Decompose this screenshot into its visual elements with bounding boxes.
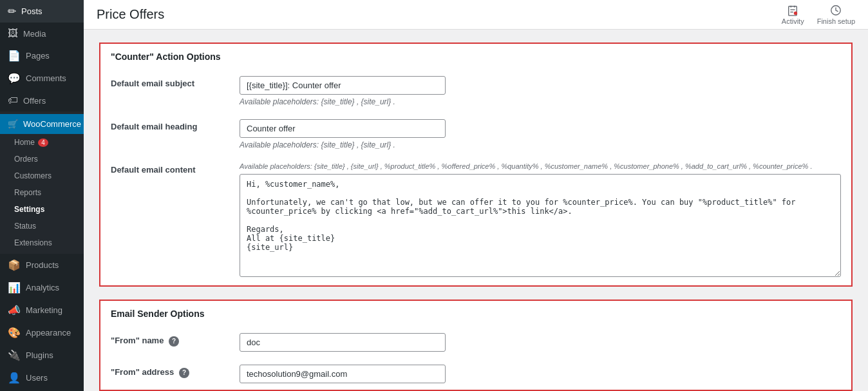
from-name-label-cell: "From" name ? [100, 327, 229, 358]
sidebar-item-offers[interactable]: 🏷 Offers [0, 90, 84, 111]
plugins-icon: 🔌 [8, 349, 21, 361]
sidebar-item-comments[interactable]: 💬 Comments [0, 67, 84, 90]
sidebar-item-users[interactable]: 👤 Users [0, 367, 84, 389]
sidebar-item-analytics[interactable]: 📊 Analytics [0, 276, 84, 299]
sidebar-item-label: Comments [26, 73, 66, 83]
counter-action-section: "Counter" Action Options Default email s… [99, 43, 853, 287]
offers-icon: 🏷 [8, 95, 18, 106]
comments-icon: 💬 [8, 72, 21, 84]
email-subject-row: Default email subject Available placehol… [100, 70, 851, 113]
topbar-actions: Activity Finish setup [782, 5, 855, 25]
from-address-help-icon[interactable]: ? [179, 368, 189, 378]
email-heading-hint: Available placeholders: {site_title} , {… [240, 140, 841, 149]
email-content-textarea[interactable] [240, 174, 841, 277]
from-address-input[interactable] [240, 365, 446, 383]
activity-icon [787, 5, 798, 16]
sidebar-item-woocommerce[interactable]: 🛒 WooCommerce [0, 114, 84, 134]
email-content-field-cell: Available placeholders: {site_title} , {… [229, 156, 851, 285]
marketing-icon: 📣 [8, 304, 21, 316]
sidebar-subitem-status[interactable]: Status [0, 218, 84, 234]
from-address-label-cell: "From" address ? [100, 358, 229, 390]
sidebar-item-pages[interactable]: 📄 Pages [0, 44, 84, 67]
from-address-label: "From" address [111, 367, 174, 377]
home-badge: 4 [38, 138, 48, 147]
sidebar-item-label: Users [26, 373, 48, 383]
sidebar: ✏ Posts 🖼 Media 📄 Pages 💬 Comments 🏷 Off… [0, 0, 84, 391]
media-icon: 🖼 [8, 28, 18, 39]
page-title: Price Offers [97, 7, 164, 22]
email-subject-field-cell: Available placeholders: {site_title} , {… [229, 70, 851, 113]
from-name-label: "From" name [111, 336, 164, 345]
sidebar-item-label: Media [23, 29, 46, 39]
email-heading-field-cell: Available placeholders: {site_title} , {… [229, 113, 851, 156]
users-icon: 👤 [8, 372, 21, 384]
content-placeholder-hint: Available placeholders: {site_title} , {… [240, 162, 841, 170]
email-content-row: Default email content Available placehol… [100, 156, 851, 285]
products-icon: 📦 [8, 259, 21, 271]
email-sender-title: Email Sender Options [100, 301, 851, 327]
email-subject-input[interactable] [240, 76, 446, 95]
from-name-row: "From" name ? [100, 327, 851, 358]
sidebar-item-label: Analytics [26, 283, 59, 292]
counter-form-table: Default email subject Available placehol… [100, 70, 851, 285]
woocommerce-icon: 🛒 [8, 119, 18, 129]
sidebar-item-label: Plugins [26, 350, 53, 360]
finish-setup-button[interactable]: Finish setup [817, 5, 855, 25]
sidebar-item-label: Products [26, 260, 59, 270]
from-address-field-cell [229, 358, 851, 390]
sidebar-item-label: Marketing [26, 305, 62, 315]
email-heading-row: Default email heading Available placehol… [100, 113, 851, 156]
email-content-label: Default email content [100, 156, 229, 285]
sidebar-item-products[interactable]: 📦 Products [0, 254, 84, 276]
sidebar-item-marketing[interactable]: 📣 Marketing [0, 299, 84, 321]
from-name-input[interactable] [240, 333, 446, 352]
main-area: Price Offers Activity Finish setup [84, 0, 868, 391]
posts-icon: ✏ [8, 5, 16, 17]
sidebar-subitem-customers[interactable]: Customers [0, 167, 84, 184]
sidebar-subitem-home[interactable]: Home 4 [0, 134, 84, 151]
email-subject-hint: Available placeholders: {site_title} , {… [240, 97, 841, 106]
clock-icon [830, 5, 842, 16]
appearance-icon: 🎨 [8, 327, 21, 339]
pages-icon: 📄 [8, 50, 21, 62]
counter-action-title: "Counter" Action Options [100, 44, 851, 70]
sidebar-item-label: Appearance [26, 328, 71, 338]
sidebar-subitem-orders[interactable]: Orders [0, 151, 84, 167]
email-subject-label: Default email subject [100, 70, 229, 113]
from-name-help-icon[interactable]: ? [169, 336, 179, 347]
sidebar-item-label: Pages [26, 51, 50, 61]
from-address-row: "From" address ? [100, 358, 851, 390]
sidebar-subitem-settings[interactable]: Settings [0, 201, 84, 218]
email-heading-input[interactable] [240, 119, 446, 138]
email-sender-section: Email Sender Options "From" name ? "From… [99, 300, 853, 391]
activity-button[interactable]: Activity [782, 5, 804, 25]
sidebar-item-posts[interactable]: ✏ Posts [0, 0, 84, 23]
content-area: "Counter" Action Options Default email s… [84, 30, 868, 391]
sidebar-subitem-reports[interactable]: Reports [0, 184, 84, 201]
email-heading-label: Default email heading [100, 113, 229, 156]
woocommerce-label: WooCommerce [23, 119, 81, 129]
sidebar-item-plugins[interactable]: 🔌 Plugins [0, 344, 84, 367]
from-name-field-cell [229, 327, 851, 358]
topbar: Price Offers Activity Finish setup [84, 0, 868, 30]
sidebar-item-media[interactable]: 🖼 Media [0, 23, 84, 44]
sidebar-subitem-extensions[interactable]: Extensions [0, 234, 84, 251]
woocommerce-section: 🛒 WooCommerce Home 4 Orders Customers Re… [0, 111, 84, 254]
sidebar-item-appearance[interactable]: 🎨 Appearance [0, 321, 84, 344]
svg-point-5 [794, 11, 797, 14]
sidebar-item-label: Offers [23, 96, 46, 106]
email-sender-form-table: "From" name ? "From" address ? [100, 327, 851, 390]
analytics-icon: 📊 [8, 281, 21, 294]
sidebar-item-label: Posts [21, 6, 42, 16]
